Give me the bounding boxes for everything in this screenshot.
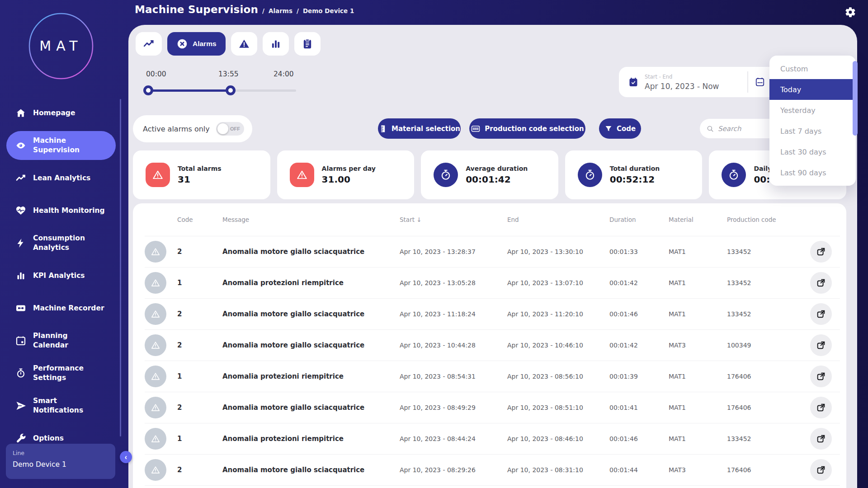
breadcrumb-device[interactable]: Demo Device 1	[303, 7, 354, 14]
sidebar-item-machine-supervision[interactable]: Machine Supervision	[6, 131, 116, 160]
date-range-texts: Start - End Apr 10, 2023 - Now	[645, 74, 719, 91]
column-header-material[interactable]: Material	[669, 216, 727, 223]
warning-circle-icon	[145, 334, 166, 356]
open-detail-button[interactable]	[810, 459, 832, 481]
warning-circle-icon	[145, 303, 166, 325]
stat-label: Alarms per day	[322, 165, 376, 172]
date-range-picker[interactable]: Start - End Apr 10, 2023 - Now	[619, 67, 782, 97]
sidebar-item-smart-notifications[interactable]: Smart Notifications	[0, 389, 122, 422]
sidebar-scrollbar[interactable]	[120, 99, 121, 436]
device-selector-card[interactable]: Line Demo Device 1	[6, 444, 115, 479]
stat-value: 31.00	[322, 174, 376, 185]
column-header-end[interactable]: End	[507, 216, 609, 223]
dropdown-item-last-7-days[interactable]: Last 7 days	[769, 121, 856, 141]
settings-gear-icon[interactable]	[844, 6, 857, 19]
cell-end: Apr 10, 2023 - 08:51:10	[507, 404, 609, 411]
cell-end: Apr 10, 2023 - 10:46:10	[507, 342, 609, 349]
page-title: Machine Supervision	[135, 4, 258, 15]
sidebar-collapse-button[interactable]: ‹	[120, 451, 132, 463]
material-icon	[378, 124, 387, 133]
sidebar-item-planning-calendar[interactable]: Planning Calendar	[0, 324, 122, 357]
cell-production-code: 176406	[727, 404, 802, 411]
cell-code: 2	[177, 404, 222, 412]
tab-alarms[interactable]: Alarms	[167, 32, 226, 56]
page-scrollbar-thumb[interactable]	[853, 61, 858, 136]
alarm-x-circle-icon	[176, 38, 188, 50]
cell-material: MAT1	[669, 404, 727, 411]
active-alarms-filter-card: Active alarms only OFF	[133, 115, 252, 142]
warning-circle-icon	[145, 397, 166, 418]
dropdown-item-today[interactable]: Today	[769, 79, 856, 100]
cell-material: MAT3	[669, 466, 727, 474]
cell-production-code: 133452	[727, 279, 802, 286]
open-detail-button[interactable]	[810, 272, 832, 294]
column-header-message[interactable]: Message	[222, 216, 400, 223]
active-alarms-label: Active alarms only	[143, 125, 216, 133]
column-header-duration[interactable]: Duration	[609, 216, 669, 223]
column-header-code[interactable]: Code	[177, 216, 222, 223]
slider-track[interactable]	[136, 85, 316, 96]
open-detail-button[interactable]	[810, 334, 832, 356]
sidebar-item-label: Consumption Analytics	[33, 234, 91, 253]
slider-handle-end[interactable]	[226, 85, 236, 95]
table-row: 1 Anomalia protezioni riempitrice Apr 10…	[145, 423, 840, 454]
sidebar-item-lean-analytics[interactable]: Lean Analytics	[0, 162, 122, 194]
bar-chart-icon	[15, 270, 26, 281]
date-range-dropdown: Custom Today Yesterday Last 7 days Last …	[769, 56, 856, 186]
open-detail-button[interactable]	[810, 366, 832, 387]
cell-message: Anomalia protezioni riempitrice	[222, 435, 400, 443]
cell-code: 2	[177, 310, 222, 318]
tab-warnings[interactable]	[231, 32, 257, 56]
tab-report[interactable]	[294, 32, 321, 56]
open-detail-button[interactable]	[810, 303, 832, 325]
active-alarms-toggle[interactable]: OFF	[216, 122, 244, 136]
cell-production-code: 176406	[727, 466, 802, 474]
warning-circle-icon	[145, 241, 166, 263]
sidebar-item-label: Homepage	[33, 108, 75, 118]
sidebar-item-homepage[interactable]: Homepage	[0, 97, 122, 129]
view-tabs: Alarms	[136, 32, 321, 56]
open-detail-button[interactable]	[810, 428, 832, 450]
chevron-left-icon: ‹	[125, 453, 127, 461]
stat-value: 31	[178, 174, 222, 185]
cell-message: Anomalia motore giallo sciacquatrice	[222, 466, 400, 474]
slider-end-label: 24:00	[274, 70, 294, 78]
slider-handle-start[interactable]	[143, 85, 153, 95]
search-input[interactable]	[718, 125, 772, 133]
tab-label: Alarms	[193, 40, 217, 48]
button-label: Material selection	[392, 125, 460, 133]
cell-material: MAT3	[669, 342, 727, 349]
sidebar-item-kpi-analytics[interactable]: KPI Analytics	[0, 259, 122, 292]
wrench-icon	[15, 433, 26, 444]
report-clipboard-icon	[302, 38, 313, 50]
cell-code: 1	[177, 372, 222, 380]
stat-value: 00:01:42	[466, 174, 528, 185]
sidebar-item-performance-settings[interactable]: Performance Settings	[0, 357, 122, 389]
warning-circle-icon	[145, 366, 166, 387]
open-detail-button[interactable]	[810, 241, 832, 263]
dropdown-item-last-90-days[interactable]: Last 90 days	[769, 162, 856, 183]
material-selection-button[interactable]: Material selection	[378, 118, 461, 139]
tab-statistics[interactable]	[263, 32, 289, 56]
production-code-selection-button[interactable]: Production code selection	[469, 118, 585, 139]
code-filter-button[interactable]: Code	[599, 118, 641, 139]
cell-code: 2	[177, 466, 222, 474]
cassette-icon	[15, 303, 26, 314]
dropdown-item-yesterday[interactable]: Yesterday	[769, 100, 856, 121]
sidebar-item-machine-recorder[interactable]: Machine Recorder	[0, 292, 122, 324]
sidebar-item-consumption-analytics[interactable]: Consumption Analytics	[0, 227, 122, 259]
cell-start: Apr 10, 2023 - 11:18:24	[400, 310, 507, 318]
column-header-start[interactable]: Start ↓	[400, 216, 507, 223]
stopwatch-icon	[15, 368, 26, 379]
toggle-state-label: OFF	[230, 126, 240, 131]
column-header-production-code[interactable]: Production code	[727, 216, 802, 223]
tab-trends[interactable]	[136, 32, 162, 56]
dropdown-item-custom[interactable]: Custom	[769, 58, 856, 79]
dropdown-item-last-30-days[interactable]: Last 30 days	[769, 141, 856, 162]
sidebar-item-health-monitoring[interactable]: Health Monitoring	[0, 194, 122, 227]
open-detail-button[interactable]	[810, 397, 832, 418]
breadcrumb-alarms[interactable]: Alarms	[269, 7, 292, 14]
cell-start: Apr 10, 2023 - 08:49:29	[400, 404, 507, 411]
open-in-new-icon	[816, 309, 826, 319]
table-row: 1 Anomalia protezioni riempitrice Apr 10…	[145, 267, 840, 298]
